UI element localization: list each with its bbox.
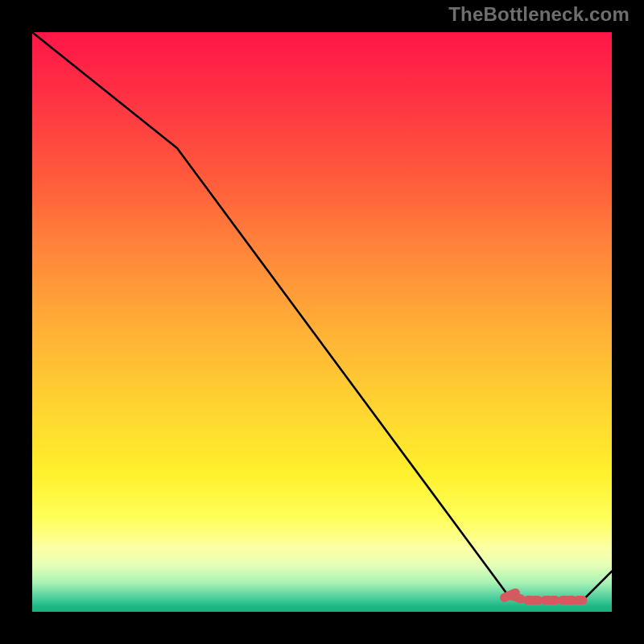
watermark-text: TheBottleneck.com	[448, 3, 630, 26]
series-curve	[32, 32, 612, 601]
chart-stage: TheBottleneck.com	[0, 0, 644, 644]
highlight-end-point	[579, 596, 588, 605]
svg-line-2	[517, 597, 521, 599]
series-highlight	[504, 592, 581, 600]
chart-overlay	[32, 32, 612, 612]
